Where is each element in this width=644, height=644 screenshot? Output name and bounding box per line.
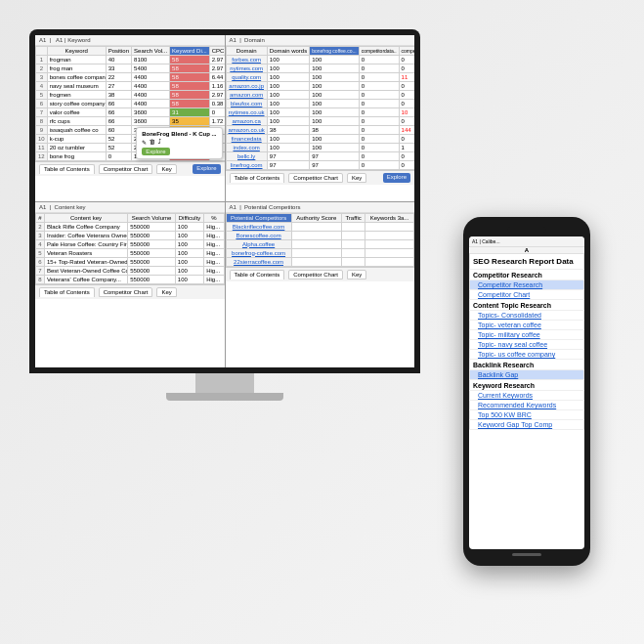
popup-tooltip: BoneFrog Blend - K Cup ... ✎ 🗑 ⤴ Explore: [136, 127, 222, 159]
table-row: Alpha.coffee: [226, 239, 414, 248]
phone-grid: A SEO Research Report DataCompetitor Res…: [469, 247, 584, 430]
monitor-screen: A1 | A1 | Keyword Keyword Position Searc…: [29, 29, 420, 373]
table-row: 4navy seal museum274400581.16https://bon…: [36, 82, 225, 91]
phone-toolbar: A1 | Calibe...: [469, 236, 584, 247]
phone-list-item[interactable]: Topic- us coffee company: [470, 350, 584, 360]
col-traffic: Traffic: [342, 213, 365, 222]
table-row: amazon.co.uk38380144: [226, 126, 414, 135]
table-row: 1frogman408100582.97https://bonefrog-cof…: [36, 56, 225, 64]
table-row: 6story coffee company664400580.38https:/…: [36, 100, 225, 108]
phone-list-item[interactable]: Keyword Gap Top Comp: [470, 420, 584, 430]
tab-key-3[interactable]: Key: [156, 287, 176, 297]
table-row: 22sierracoffee.com: [226, 257, 414, 266]
col-bonefrog: bonefrog coffee.co...: [310, 47, 360, 56]
table-row: 7valor coffee663600310https://bonefrog-c…: [36, 108, 225, 117]
table-row: bleufox.com10010000: [226, 100, 414, 108]
ss-tabs-3: Table of Contents Competitor Chart Key: [35, 284, 225, 299]
tab-table-of-contents-1[interactable]: Table of Contents: [39, 164, 95, 174]
quadrant-domain: A1 | Domain Domain Domain words bonefrog…: [226, 35, 415, 201]
tab-key-4[interactable]: Key: [347, 270, 366, 279]
col-potential-competitors: Potential Competitors: [226, 213, 291, 222]
tab-table-of-contents-2[interactable]: Table of Contents: [230, 173, 285, 183]
phone-list-item[interactable]: Top 500 KW BRC: [470, 410, 584, 420]
col-domain: Domain: [226, 47, 267, 56]
phone-list-item: Keyword Research: [470, 380, 584, 391]
phone-list-item[interactable]: Competitor Research: [470, 280, 584, 290]
popup-title: BoneFrog Blend - K Cup ...: [142, 131, 216, 137]
col-search-vol: Search Volume: [128, 213, 176, 222]
phone-toolbar-text: A1 | Calibe...: [472, 238, 500, 244]
phone-list-item: Backlink Research: [470, 360, 584, 370]
phone-list-item[interactable]: Topic- veteran coffee: [470, 321, 584, 330]
toolbar-text-4: A1 | Potential Competitors: [230, 204, 301, 210]
phone-list-item[interactable]: Competitor Chart: [470, 290, 584, 300]
phone-screen: A1 | Calibe... A SEO Research Report Dat…: [469, 236, 584, 549]
table-row: amazon.co.jp10010000: [226, 82, 414, 91]
col-volume: Search Vol...: [132, 47, 170, 56]
phone-list-item[interactable]: Topic- navy seal coffee: [470, 340, 584, 350]
quadrant-keyword: A1 | A1 | Keyword Keyword Position Searc…: [35, 35, 225, 201]
tab-competitor-chart-3[interactable]: Competitor Chart: [99, 287, 153, 297]
explore-button[interactable]: Explore: [142, 148, 169, 155]
ss-toolbar-4: A1 | Potential Competitors: [226, 202, 415, 213]
toolbar-keyword-1: A1 | Keyword: [56, 37, 91, 43]
ss-tabs-4: Table of Contents Competitor Chart Key: [226, 267, 415, 281]
domain-grid: Domain Domain words bonefrog coffee.co..…: [226, 46, 415, 170]
phone-body: A1 | Calibe... A SEO Research Report Dat…: [463, 217, 590, 566]
phone-list-item[interactable]: Topics- Consolidated: [470, 311, 584, 321]
quadrant-content: A1 | Content key # Content key Search Vo…: [35, 202, 225, 368]
phone-list-item[interactable]: Recommended Keywords: [470, 401, 584, 410]
col-keyword: Keyword: [47, 47, 106, 56]
explore-badge-2[interactable]: Explore: [383, 173, 410, 183]
content-grid: # Content key Search Volume Difficulty %…: [35, 213, 225, 284]
table-row: 7Best Veteran-Owned Coffee Co...55000010…: [36, 266, 225, 275]
col-difficulty: Difficulty: [175, 213, 203, 222]
phone-list-item[interactable]: Current Keywords: [470, 391, 584, 401]
tab-table-of-contents-4[interactable]: Table of Contents: [230, 270, 285, 279]
toolbar-text-2: A1 | Domain: [230, 37, 265, 43]
phone-list-item[interactable]: Topic- military coffee: [470, 330, 584, 340]
table-row: nytimes.com10010000: [226, 64, 414, 73]
tab-competitor-chart-1[interactable]: Competitor Chart: [99, 164, 153, 174]
quadrant-competitors: A1 | Potential Competitors Potential Com…: [226, 202, 415, 368]
phone-notch: [507, 227, 546, 233]
tab-competitor-chart-4[interactable]: Competitor Chart: [288, 270, 343, 279]
table-row: Blackriflecoffee.com: [226, 222, 414, 231]
share-icon[interactable]: ⤴: [158, 139, 161, 146]
ss-tabs-1: Table of Contents Competitor Chart Key E…: [35, 161, 225, 176]
table-row: 615+ Top-Rated Veteran-Owned...550000100…: [36, 257, 225, 266]
tab-key-2[interactable]: Key: [347, 173, 366, 183]
col-keywords-3a: Keywords 3a...: [365, 213, 413, 222]
col-header: [36, 47, 48, 56]
ss-tabs-2: Table of Contents Competitor Chart Key E…: [226, 170, 415, 185]
col-position: Position: [106, 47, 131, 56]
explore-badge[interactable]: Explore: [193, 164, 220, 174]
monitor-inner: A1 | A1 | Keyword Keyword Position Searc…: [35, 35, 414, 367]
table-row: bonefrog-coffee.com: [226, 248, 414, 257]
tab-table-of-contents-3[interactable]: Table of Contents: [39, 287, 95, 297]
tab-key-1[interactable]: Key: [156, 164, 176, 174]
table-row: index.com10010001: [226, 144, 414, 152]
ss-toolbar-1: A1 | A1 | Keyword: [35, 35, 225, 46]
table-row: 8rfc cups663600351.72https://bonefrog-co…: [36, 117, 225, 126]
phone-list-item[interactable]: Backlink Gap: [470, 370, 584, 380]
phone-home-indicator: [512, 553, 541, 556]
tab-competitor-chart-2[interactable]: Competitor Chart: [288, 173, 343, 183]
table-row: quality.com100100011: [226, 73, 414, 82]
col-domain-words: Domain words: [267, 47, 309, 56]
col-diff: Keyword Di...: [170, 47, 210, 56]
edit-icon[interactable]: ✎: [142, 139, 147, 146]
monitor-base: [166, 393, 283, 401]
ss-toolbar-2: A1 | Domain: [226, 35, 415, 46]
phone-list-item: Competitor Research: [470, 270, 584, 280]
col-content-key: Content key: [44, 213, 127, 222]
table-row: 5Veteran Roasters550000100Hig...: [36, 248, 225, 257]
delete-icon[interactable]: 🗑: [150, 139, 155, 146]
table-row: forbes.com10010000: [226, 56, 414, 64]
col-pct: %: [204, 213, 224, 222]
col-num: #: [36, 213, 45, 222]
col-competitor: competitordata..: [359, 47, 399, 56]
table-row: 2Black Rifle Coffee Company550000100Hig.…: [36, 222, 225, 231]
phone-list-item: Content Topic Research: [470, 300, 584, 311]
col-authority: Authority Score: [291, 213, 341, 222]
